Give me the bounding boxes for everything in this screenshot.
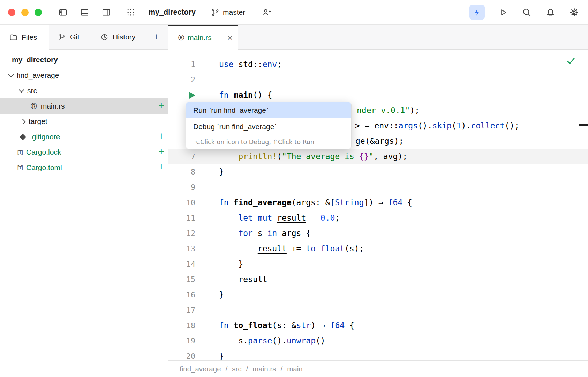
tree-item-find_average[interactable]: find_average (0, 68, 168, 83)
line-number: 16 (168, 290, 195, 299)
run-button[interactable] (497, 7, 508, 18)
code-line-19[interactable]: 19 s.parse().unwrap() (168, 333, 588, 348)
add-to-vcs-button[interactable]: + (158, 101, 164, 111)
git-branch-selector[interactable]: master (211, 8, 245, 17)
code-text: } (195, 259, 243, 268)
project-name[interactable]: my_directory (149, 8, 196, 17)
code-text: let mut result = 0.0; (195, 213, 340, 222)
code-line-9[interactable]: 9 (168, 179, 588, 195)
code-line-13[interactable]: 13 result += to_float(s); (168, 241, 588, 256)
breadcrumb-item[interactable]: main.rs (252, 365, 276, 373)
code-text: result += to_float(s); (195, 244, 364, 253)
line-number: 20 (168, 352, 195, 361)
code-line-15[interactable]: 15 result (168, 272, 588, 287)
line-number: 19 (168, 337, 195, 345)
editor-tab-main-rs[interactable]: main.rs × (168, 25, 238, 50)
toggle-right-panel-icon[interactable] (100, 7, 112, 18)
add-to-vcs-button[interactable]: + (158, 162, 164, 172)
code-text: } (195, 290, 224, 299)
code-lines: 1use std::env;2fn main() {4nder v.0.1");… (168, 50, 588, 360)
tab-files[interactable]: Files (0, 25, 49, 50)
editor-tab-label: main.rs (188, 34, 212, 42)
settings-gear-icon[interactable] (568, 7, 580, 18)
tree-item-Cargo.toml[interactable]: Cargo.toml+ (0, 160, 168, 175)
line-number: 8 (168, 168, 195, 176)
code-line-16[interactable]: 16} (168, 287, 588, 302)
add-tool-tab-button[interactable]: + (153, 31, 159, 43)
toggle-bottom-panel-icon[interactable] (79, 7, 90, 18)
popup-run-item[interactable]: Run `run find_average` (186, 102, 351, 118)
add-collaborator-icon[interactable] (261, 7, 272, 18)
tree-item-target[interactable]: target (0, 114, 168, 129)
code-line-8[interactable]: 8} (168, 164, 588, 179)
code-line-1[interactable]: 1use std::env; (168, 57, 588, 72)
code-editor[interactable]: 1use std::env;2fn main() {4nder v.0.1");… (168, 50, 588, 360)
code-line-10[interactable]: 10fn find_average(args: &[String]) → f64… (168, 195, 588, 210)
file-tree: my_directory find_averagesrcmain.rs+targ… (0, 50, 168, 377)
tab-git[interactable]: Git (49, 25, 93, 49)
popup-debug-item[interactable]: Debug `run find_average` (186, 118, 351, 135)
search-icon[interactable] (521, 7, 532, 18)
tree-item-.gitignore[interactable]: .gitignore+ (0, 129, 168, 145)
line-number: 14 (168, 260, 195, 268)
zoom-button[interactable] (35, 9, 42, 16)
scrollbar-mark[interactable] (579, 124, 588, 126)
tab-history[interactable]: History (93, 25, 148, 49)
line-number: 2 (168, 75, 195, 84)
code-line-12[interactable]: 12 for s in args { (168, 226, 588, 241)
code-line-11[interactable]: 11 let mut result = 0.0; (168, 210, 588, 226)
add-to-vcs-button[interactable]: + (158, 131, 164, 141)
close-tab-icon[interactable]: × (227, 33, 233, 42)
editor-tab-strip: main.rs × (168, 25, 588, 50)
code-line-2[interactable]: 2 (168, 72, 588, 87)
run-gutter-icon[interactable] (168, 91, 195, 99)
line-number: 11 (168, 214, 195, 222)
line-number: 12 (168, 229, 195, 238)
tree-item-Cargo.lock[interactable]: Cargo.lock+ (0, 145, 168, 160)
breadcrumb-item[interactable]: main (287, 365, 302, 373)
breadcrumbs: find_average/src/main.rs/main (168, 360, 588, 377)
code-text: } (195, 352, 224, 360)
breadcrumb-separator: / (226, 365, 228, 373)
line-number: 10 (168, 198, 195, 207)
code-text: fn to_float(s: &str) → f64 { (195, 321, 354, 330)
chevron-down-icon[interactable] (8, 72, 14, 77)
close-button[interactable] (8, 9, 15, 16)
left-sidebar: Files Git History + my_directory find_av… (0, 25, 168, 377)
folder-icon (9, 33, 18, 42)
minimize-button[interactable] (21, 9, 29, 16)
panel-toggles (57, 7, 112, 18)
code-line-7[interactable]: 7 println!("The average is {}", avg); (168, 149, 588, 164)
tree-item-main.rs[interactable]: main.rs+ (0, 98, 168, 114)
code-line-3[interactable]: fn main() { (168, 87, 588, 103)
tab-files-label: Files (22, 33, 37, 42)
code-text: fn main() { (195, 90, 272, 99)
run-context-popup: Run `run find_average` Debug `run find_a… (186, 102, 352, 149)
code-line-18[interactable]: 18fn to_float(s: &str) → f64 { (168, 318, 588, 333)
smart-mode-button[interactable] (469, 5, 485, 20)
lightning-icon (473, 8, 481, 16)
chevron-down-icon[interactable] (19, 87, 24, 93)
grid-icon[interactable] (125, 7, 136, 18)
code-text: use std::env; (195, 60, 282, 69)
breadcrumb-item[interactable]: find_average (180, 365, 221, 373)
inspections-ok-checkmark-icon[interactable] (566, 56, 576, 66)
code-text: } (195, 167, 224, 176)
breadcrumb-item[interactable]: src (232, 365, 241, 373)
line-number: 18 (168, 321, 195, 330)
tree-item-label: target (29, 117, 47, 126)
chevron-right-icon[interactable] (20, 119, 26, 124)
code-line-14[interactable]: 14 } (168, 256, 588, 272)
toggle-left-panel-icon[interactable] (57, 7, 68, 18)
sidebar-tab-strip: Files Git History + (0, 25, 168, 50)
notifications-bell-icon[interactable] (545, 7, 556, 18)
editor-pane: main.rs × 1use std::env;2fn main() {4nde… (168, 25, 588, 377)
git-branch-icon (211, 8, 220, 17)
code-line-17[interactable]: 17 (168, 302, 588, 318)
add-to-vcs-button[interactable]: + (158, 147, 164, 157)
tree-item-label: .gitignore (30, 133, 60, 141)
file-tree-items: find_averagesrcmain.rs+target.gitignore+… (0, 68, 168, 175)
tree-root-label[interactable]: my_directory (0, 52, 168, 68)
code-line-20[interactable]: 20} (168, 348, 588, 360)
tree-item-src[interactable]: src (0, 83, 168, 98)
